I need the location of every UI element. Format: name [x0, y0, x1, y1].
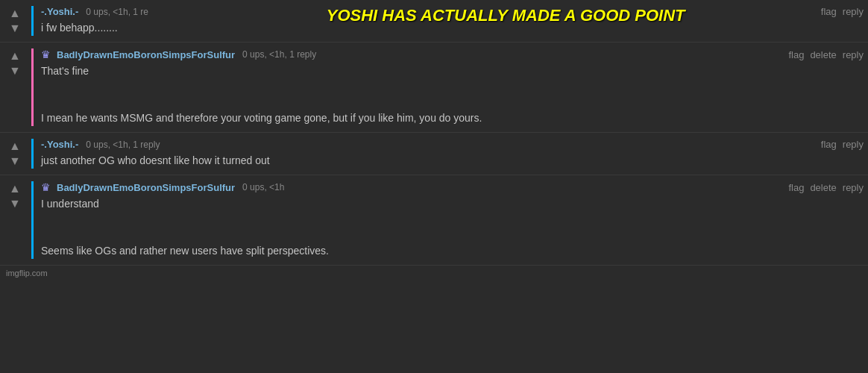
flag-button[interactable]: flag: [788, 182, 804, 193]
watermark: imgflip.com: [0, 266, 868, 280]
comment-c4: ▲▼♛BadlyDrawnEmoBoronSimpsForSulfur0 ups…: [0, 175, 868, 266]
comment-border: [31, 48, 34, 126]
flag-button[interactable]: flag: [821, 139, 837, 150]
delete-button[interactable]: delete: [810, 49, 836, 60]
comment-header: ♛BadlyDrawnEmoBoronSimpsForSulfur0 ups, …: [41, 181, 864, 193]
comment-body: -.Yoshi.-0 ups, <1h, 1 replyflagreplyjus…: [41, 139, 864, 169]
downvote-button[interactable]: ▼: [6, 63, 24, 78]
upvote-button[interactable]: ▲: [6, 6, 24, 21]
comment-body: ♛BadlyDrawnEmoBoronSimpsForSulfur0 ups, …: [41, 48, 864, 126]
comment-actions: flagdeletereply: [788, 49, 864, 60]
flag-button[interactable]: flag: [788, 49, 804, 60]
comment-text: just another OG who doesnt like how it t…: [41, 153, 864, 169]
comment-border: [31, 181, 34, 259]
vote-column: ▲▼: [4, 181, 25, 259]
comment-body: ♛BadlyDrawnEmoBoronSimpsForSulfur0 ups, …: [41, 181, 864, 259]
username[interactable]: -.Yoshi.-: [41, 139, 78, 150]
reply-button[interactable]: reply: [843, 6, 864, 17]
comment-actions: flagdeletereply: [788, 182, 864, 193]
username[interactable]: BadlyDrawnEmoBoronSimpsForSulfur: [57, 49, 235, 60]
upvote-button[interactable]: ▲: [6, 139, 24, 154]
delete-button[interactable]: delete: [810, 182, 836, 193]
comment-actions: flagreply: [821, 139, 864, 150]
upvote-button[interactable]: ▲: [6, 48, 24, 63]
comment-thread: YOSHI HAS ACTUALLY MADE A GOOD POINT▲▼-.…: [0, 0, 868, 266]
reply-button[interactable]: reply: [843, 139, 864, 150]
comment-meta: 0 ups, <1h: [242, 182, 284, 192]
vote-column: ▲▼: [4, 139, 25, 169]
comment-header: -.Yoshi.-0 ups, <1h, 1 reflagreply: [41, 6, 864, 17]
comment-c3: ▲▼-.Yoshi.-0 ups, <1h, 1 replyflagreplyj…: [0, 133, 868, 175]
reply-button[interactable]: reply: [843, 182, 864, 193]
crown-icon: ♛: [41, 48, 51, 60]
vote-column: ▲▼: [4, 48, 25, 126]
comment-meta: 0 ups, <1h, 1 reply: [242, 49, 316, 60]
comment-c2: ▲▼♛BadlyDrawnEmoBoronSimpsForSulfur0 ups…: [0, 43, 868, 133]
comment-text: That's fineI mean he wants MSMG and ther…: [41, 63, 864, 126]
vote-column: ▲▼: [4, 6, 25, 36]
username[interactable]: BadlyDrawnEmoBoronSimpsForSulfur: [57, 182, 235, 193]
comment-header: -.Yoshi.-0 ups, <1h, 1 replyflagreply: [41, 139, 864, 150]
comment-header: ♛BadlyDrawnEmoBoronSimpsForSulfur0 ups, …: [41, 48, 864, 60]
upvote-button[interactable]: ▲: [6, 181, 24, 196]
comment-body: -.Yoshi.-0 ups, <1h, 1 reflagreplyi fw b…: [41, 6, 864, 36]
downvote-button[interactable]: ▼: [6, 196, 24, 211]
comment-border: [31, 6, 34, 36]
comment-text: i fw behapp........: [41, 20, 864, 36]
comment-c1: YOSHI HAS ACTUALLY MADE A GOOD POINT▲▼-.…: [0, 0, 868, 43]
reply-button[interactable]: reply: [843, 49, 864, 60]
downvote-button[interactable]: ▼: [6, 21, 24, 36]
comment-actions: flagreply: [821, 6, 864, 17]
flag-button[interactable]: flag: [821, 6, 837, 17]
username[interactable]: -.Yoshi.-: [41, 6, 78, 17]
downvote-button[interactable]: ▼: [6, 154, 24, 169]
comment-border: [31, 139, 34, 169]
crown-icon: ♛: [41, 181, 51, 193]
comment-text: I understandSeems like OGs and rather ne…: [41, 196, 864, 259]
comment-meta: 0 ups, <1h, 1 reply: [86, 140, 160, 150]
comment-meta: 0 ups, <1h, 1 re: [86, 7, 148, 17]
